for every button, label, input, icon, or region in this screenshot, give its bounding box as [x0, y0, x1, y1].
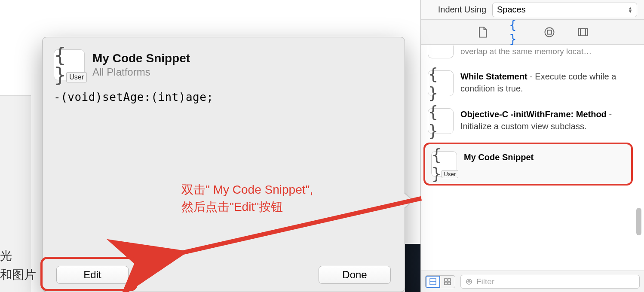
list-item-selected[interactable]: { } User My Code Snippet	[423, 143, 633, 186]
indent-select[interactable]: Spaces ▲▼	[492, 3, 637, 17]
svg-rect-7	[445, 279, 447, 281]
annotation-line: 双击" My Code Snippet",	[181, 181, 313, 198]
braces-icon: { }	[428, 102, 453, 140]
popover-footer: Edit Done	[43, 258, 405, 292]
snippet-popover: { } User My Code Snippet All Platforms -…	[42, 37, 405, 292]
list-item[interactable]: overlap at the same memory locat…	[421, 45, 635, 64]
item-title: While Statement	[460, 72, 527, 81]
watermark: http://blog.csdn.net/zhouky1993	[472, 277, 632, 287]
list-view-icon[interactable]	[426, 276, 440, 288]
grid-view-icon[interactable]	[440, 276, 455, 288]
tab-media[interactable]	[577, 26, 589, 39]
braces-icon: { }	[428, 64, 453, 102]
snippet-code: -(void)setAge:(int)age;	[43, 87, 405, 107]
svg-rect-9	[445, 282, 447, 285]
popover-title: My Code Snippet	[92, 52, 190, 65]
svg-rect-10	[448, 282, 451, 285]
annotation-line: 然后点击"Edit"按钮	[181, 198, 313, 216]
stepper-icon: ▲▼	[628, 6, 632, 13]
list-item[interactable]: { } While Statement - Execute code while…	[421, 64, 635, 102]
snippet-icon: { }	[428, 70, 454, 96]
annotation-text: 双击" My Code Snippet", 然后点击"Edit"按钮	[181, 181, 313, 216]
library-list[interactable]: overlap at the same memory locat… { } Wh…	[421, 45, 644, 271]
done-button[interactable]: Done	[319, 266, 391, 284]
item-title: Objective-C -initWithFrame: Method	[460, 110, 607, 119]
background-text: 光 和图片	[0, 246, 36, 284]
svg-rect-2	[578, 28, 587, 35]
indent-row: Indent Using Spaces ▲▼	[421, 0, 644, 20]
snippet-icon: { } User	[54, 49, 85, 80]
svg-point-0	[545, 27, 554, 36]
edit-button[interactable]: Edit	[56, 266, 129, 284]
tab-code-snippets[interactable]: { }	[509, 26, 522, 39]
user-badge: User	[66, 72, 87, 82]
svg-rect-1	[547, 30, 551, 34]
snippet-icon: { } User	[431, 151, 457, 177]
tab-objects[interactable]	[543, 26, 556, 39]
bg-text-line: 和图片	[0, 265, 36, 284]
bg-text-line: 光	[0, 246, 36, 265]
list-item[interactable]: { } Objective-C -initWithFrame: Method -…	[421, 102, 635, 140]
indent-value: Spaces	[497, 5, 526, 15]
scrollbar-thumb[interactable]	[636, 208, 641, 235]
item-title: My Code Snippet	[464, 152, 534, 162]
snippet-icon: { }	[428, 108, 454, 134]
popover-header: { } User My Code Snippet All Platforms	[43, 37, 405, 87]
inspector-panel: Indent Using Spaces ▲▼ { } overlap at th…	[420, 0, 644, 292]
library-tabs: { }	[421, 20, 644, 45]
svg-rect-8	[448, 279, 451, 281]
tab-file-templates[interactable]	[476, 26, 489, 39]
popover-subtitle: All Platforms	[92, 66, 190, 78]
snippet-icon	[428, 46, 454, 58]
braces-icon: { }	[509, 18, 522, 46]
indent-label: Indent Using	[428, 5, 492, 15]
item-desc: overlap at the same memory locat…	[460, 47, 592, 56]
view-toggle[interactable]	[425, 275, 455, 288]
user-badge: User	[442, 170, 458, 178]
